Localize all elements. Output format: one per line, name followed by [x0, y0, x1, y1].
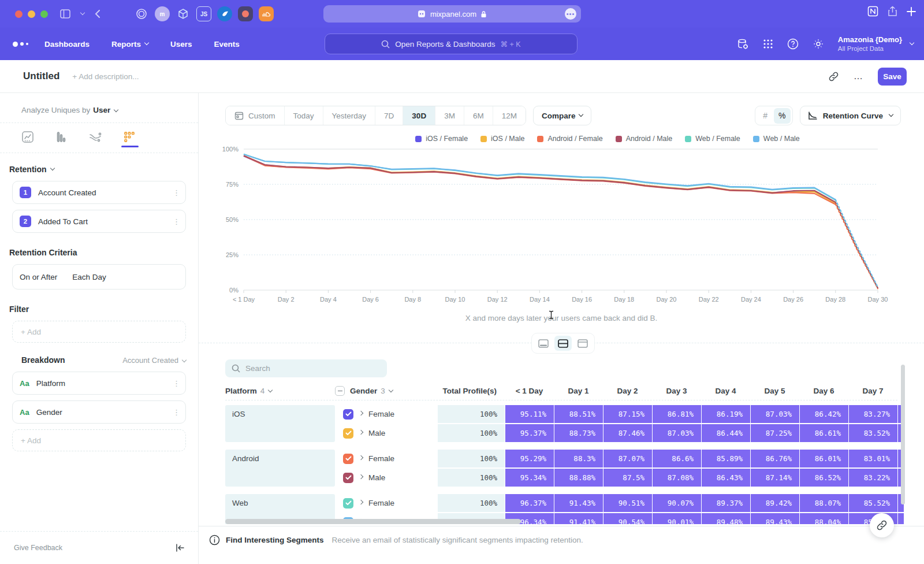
retention-value-cell[interactable]: 83.01%	[849, 450, 897, 467]
site-settings-icon[interactable]: •••	[565, 8, 576, 20]
platform-cell[interactable]: Android	[225, 450, 335, 487]
row-checkbox[interactable]	[343, 409, 353, 420]
expand-row-icon[interactable]	[359, 499, 363, 504]
row-checkbox[interactable]	[343, 428, 353, 439]
retention-value-cell[interactable]: 87.08%	[653, 469, 701, 487]
retention-value-cell[interactable]: 95.37%	[505, 424, 554, 442]
retention-value-cell[interactable]: 87.07%	[603, 450, 652, 467]
breakdown-platform[interactable]: Aa Platform ⋮	[12, 372, 186, 395]
breakdown-options-icon[interactable]: ⋮	[173, 411, 178, 414]
retention-value-cell[interactable]: 88.07%	[800, 494, 848, 512]
save-button[interactable]: Save	[878, 68, 907, 86]
day-column-header[interactable]: Day 7	[848, 387, 897, 395]
day-column-header[interactable]: Day 1	[554, 387, 603, 395]
retention-value-cell[interactable]: 86.61%	[800, 424, 848, 442]
range-30d[interactable]: 30D	[403, 106, 435, 125]
range-7d[interactable]: 7D	[375, 106, 403, 125]
retention-value-cell[interactable]: 86.42%	[800, 405, 848, 423]
retention-value-cell[interactable]: 89.43%	[751, 513, 799, 524]
retention-value-cell[interactable]: 87.25%	[751, 424, 799, 442]
horizontal-scrollbar[interactable]	[225, 519, 521, 524]
retention-value-cell[interactable]: 87.14%	[751, 469, 799, 487]
day-column-header[interactable]: Day 5	[750, 387, 799, 395]
legend-item[interactable]: iOS / Male	[480, 135, 524, 143]
select-all-checkbox[interactable]	[335, 386, 345, 396]
expand-row-icon[interactable]	[359, 429, 363, 434]
chevron-down-icon[interactable]	[81, 12, 84, 16]
vertical-scrollbar[interactable]	[901, 365, 905, 504]
analyze-uniques-selector[interactable]: Analyze Uniques byUser	[0, 93, 198, 123]
retention-value-cell[interactable]: 86.01%	[800, 450, 848, 467]
retention-value-cell[interactable]: 85.89%	[702, 450, 750, 467]
sidebar-toggle-icon[interactable]	[60, 9, 70, 18]
percent-toggle[interactable]: %	[774, 108, 791, 124]
row-checkbox[interactable]	[343, 454, 353, 464]
retention-value-cell[interactable]: 95.11%	[505, 405, 554, 423]
retention-value-cell[interactable]: 88.3%	[554, 450, 603, 467]
gender-cell[interactable]: Male	[335, 424, 438, 442]
floating-share-link-button[interactable]	[870, 513, 894, 537]
page-title[interactable]: Untitled	[23, 70, 59, 82]
step-account-created[interactable]: 1 Account Created ⋮	[12, 181, 186, 204]
legend-item[interactable]: Web / Female	[685, 135, 740, 143]
back-icon[interactable]	[95, 10, 100, 18]
day-column-header[interactable]: < 1 Day	[505, 387, 554, 395]
retention-value-cell[interactable]: 87.03%	[653, 424, 701, 442]
more-options-icon[interactable]: …	[854, 71, 863, 81]
retention-value-cell[interactable]: 89.42%	[751, 494, 799, 512]
table-search[interactable]	[225, 359, 387, 377]
legend-item[interactable]: Web / Male	[753, 135, 800, 143]
retention-value-cell[interactable]: 86.6%	[653, 450, 701, 467]
retention-value-cell[interactable]: 90.54%	[603, 513, 652, 524]
retention-value-cell[interactable]: 86.44%	[702, 424, 750, 442]
retention-value-cell[interactable]: 87.5%	[603, 469, 652, 487]
retention-section-heading[interactable]: Retention	[9, 165, 198, 174]
traffic-light-minimize[interactable]	[28, 10, 35, 18]
retention-value-cell[interactable]: 90.51%	[603, 494, 652, 512]
retention-value-cell[interactable]: 83.22%	[849, 469, 897, 487]
table-only-view-button[interactable]	[574, 336, 591, 351]
retention-value-cell[interactable]: 83.27%	[849, 405, 897, 423]
find-segments-title[interactable]: Find Interesting Segments	[226, 536, 324, 544]
data-management-icon[interactable]	[737, 38, 749, 50]
global-search[interactable]: Open Reports & Dashboards ⌘ + K	[325, 34, 578, 54]
chart-type-selector[interactable]: Retention Curve	[800, 106, 901, 125]
day-column-header[interactable]: Day 3	[652, 387, 701, 395]
expand-row-icon[interactable]	[359, 410, 363, 415]
retention-value-cell[interactable]: 86.52%	[800, 469, 848, 487]
retention-value-cell[interactable]: 90.07%	[653, 494, 701, 512]
share-icon[interactable]	[888, 6, 897, 17]
platform-column-header[interactable]: Platform4	[225, 387, 335, 395]
table-search-input[interactable]	[245, 364, 372, 373]
soundcloud-extension-icon[interactable]	[259, 6, 274, 21]
retention-value-cell[interactable]: 87.03%	[751, 405, 799, 423]
bird-extension-icon[interactable]	[217, 6, 232, 21]
expand-row-icon[interactable]	[359, 474, 363, 478]
expand-row-icon[interactable]	[359, 455, 363, 459]
traffic-light-zoom[interactable]	[40, 10, 48, 18]
tab-flows[interactable]	[88, 131, 102, 147]
retention-value-cell[interactable]: 95.34%	[505, 469, 554, 487]
mixpanel-logo[interactable]	[13, 42, 28, 47]
absolute-numbers-toggle[interactable]: #	[757, 108, 774, 124]
gender-cell[interactable]: Female	[335, 450, 438, 467]
copy-link-icon[interactable]	[829, 72, 839, 81]
cube-extension-icon[interactable]	[176, 6, 191, 21]
retention-value-cell[interactable]: 91.43%	[554, 494, 603, 512]
retention-chart[interactable]: 100%75%50%25%0%< 1 DayDay 2Day 4Day 6Day…	[219, 144, 901, 306]
step-options-icon[interactable]: ⋮	[173, 220, 178, 223]
range-today[interactable]: Today	[285, 106, 323, 125]
breakdown-options-icon[interactable]: ⋮	[173, 382, 178, 385]
nav-users[interactable]: Users	[170, 40, 192, 49]
notion-icon[interactable]	[867, 6, 878, 17]
range-12m[interactable]: 12M	[493, 106, 526, 125]
step-added-to-cart[interactable]: 2 Added To Cart ⋮	[12, 210, 186, 233]
gender-cell[interactable]: Male	[335, 469, 438, 487]
day-column-header[interactable]: Day 6	[799, 387, 848, 395]
js-extension-icon[interactable]: JS	[196, 6, 211, 21]
gender-cell[interactable]: Female	[335, 494, 438, 512]
tab-insights[interactable]	[21, 131, 34, 147]
retention-value-cell[interactable]: 86.81%	[653, 405, 701, 423]
day-column-header[interactable]: Day 4	[701, 387, 750, 395]
nav-events[interactable]: Events	[214, 40, 240, 49]
